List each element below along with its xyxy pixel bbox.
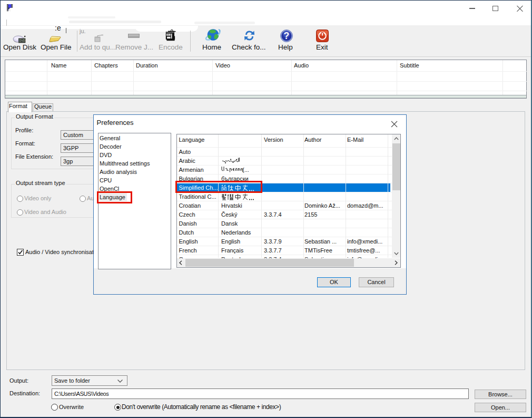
svg-text:DVD: DVD [19,39,25,42]
svg-text:?: ? [284,31,290,41]
